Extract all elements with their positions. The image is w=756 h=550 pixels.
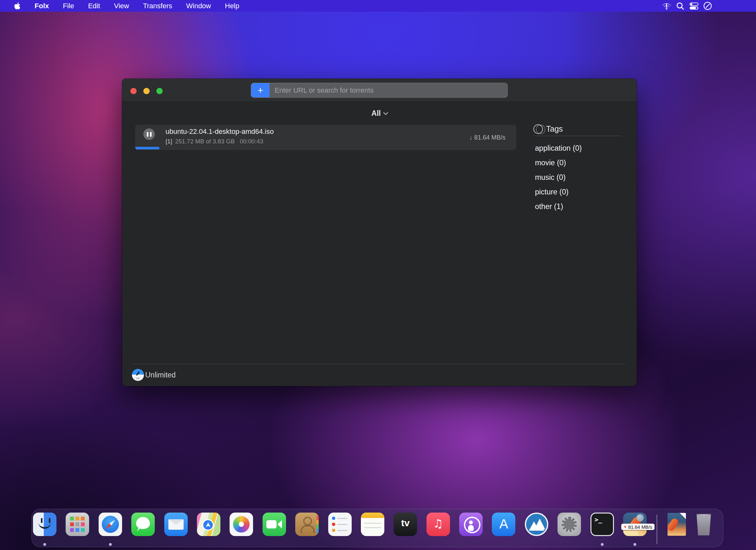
tags-list: application (0)movie (0)music (0)picture… [535, 141, 627, 214]
dock-divider [656, 514, 657, 544]
dock-messages[interactable] [131, 513, 155, 536]
tag-item-picture[interactable]: picture (0) [535, 185, 627, 199]
speedometer-icon [132, 369, 144, 381]
dock-torrentfile[interactable] [668, 513, 686, 536]
dock-notes[interactable] [361, 513, 384, 536]
torrentfile-icon [668, 513, 686, 536]
settings-icon [557, 513, 581, 536]
menu-items: FolxFileEditViewTransfersWindowHelp [0, 2, 239, 10]
dock-terminal[interactable] [590, 513, 614, 536]
chevron-down-icon [383, 110, 388, 115]
dock-finder[interactable] [33, 513, 56, 536]
mail-icon [164, 513, 188, 536]
dock: ▼81.64 MB/s [31, 509, 723, 547]
terminal-icon [590, 513, 614, 536]
dock-safari[interactable] [99, 513, 122, 536]
footer-divider [132, 364, 625, 364]
dock-music[interactable] [427, 513, 450, 536]
dock-reminders[interactable] [328, 513, 352, 536]
music-icon [427, 513, 450, 536]
appstore-icon [492, 513, 515, 536]
download-size: 251.72 MB of 3.83 GB [175, 138, 235, 145]
download-name: ubuntu-22.04.1-desktop-amd64.iso [166, 128, 274, 136]
tags-divider [534, 136, 621, 136]
launchpad-icon [66, 513, 89, 536]
url-search-bar: + [251, 83, 508, 98]
folx-speed-badge: ▼81.64 MB/s [621, 524, 655, 530]
dock-appstore[interactable] [492, 513, 515, 536]
apple-menu-icon[interactable] [14, 2, 21, 10]
dock-facetime[interactable] [263, 513, 286, 536]
zoom-button[interactable] [156, 88, 163, 94]
tag-item-application[interactable]: application (0) [535, 141, 627, 155]
speed-limit-label: Unlimited [145, 371, 176, 379]
menu-item-edit[interactable]: Edit [88, 2, 100, 10]
download-time: 00:00:43 [240, 138, 263, 145]
menu-item-help[interactable]: Help [225, 2, 239, 10]
menu-item-view[interactable]: View [114, 2, 129, 10]
menu-item-folx[interactable]: Folx [35, 2, 49, 10]
minimize-button[interactable] [143, 88, 150, 94]
speed-limit-indicator[interactable]: Unlimited [132, 369, 176, 381]
wifi-alert-icon[interactable] [662, 1, 671, 11]
desktop: FolxFileEditViewTransfersWindowHelp [0, 0, 756, 550]
maps-icon [197, 513, 220, 536]
menu-item-window[interactable]: Window [186, 2, 211, 10]
dock-mail[interactable] [164, 513, 188, 536]
dock-podcasts[interactable] [459, 513, 483, 536]
search-icon[interactable] [675, 1, 685, 11]
tag-item-music[interactable]: music (0) [535, 170, 627, 185]
menu-item-transfers[interactable]: Transfers [143, 2, 172, 10]
download-details: [1]251.72 MB of 3.83 GB00:00:43 [166, 138, 263, 145]
clock-icon[interactable] [703, 1, 712, 11]
close-button[interactable] [130, 88, 137, 94]
tags-title: Tags [546, 124, 563, 134]
podcasts-icon [459, 513, 483, 536]
reminders-icon [328, 513, 352, 536]
filter-label: All [371, 109, 381, 118]
tag-item-other[interactable]: other (1) [535, 199, 627, 214]
dock-maps[interactable] [197, 513, 220, 536]
menu-item-file[interactable]: File [63, 2, 74, 10]
queue-badge: [1] [166, 138, 172, 145]
notes-icon [361, 513, 384, 536]
dock-photos[interactable] [230, 513, 253, 536]
pause-icon [147, 132, 148, 137]
dock-folx[interactable]: ▼81.64 MB/s [623, 513, 647, 536]
finder-icon [33, 513, 56, 536]
safari-icon [99, 513, 122, 536]
appletv-icon [394, 513, 417, 536]
dock-appletv[interactable] [394, 513, 417, 536]
add-url-button[interactable]: + [251, 83, 270, 97]
dock-contacts[interactable] [295, 513, 319, 536]
pause-button[interactable] [143, 128, 155, 140]
window-toolbar: + [122, 79, 637, 102]
filter-dropdown[interactable]: All [371, 109, 387, 118]
tags-icon [533, 124, 547, 134]
contacts-icon [295, 513, 319, 536]
dock-mountain[interactable] [525, 513, 548, 536]
mountain-icon [525, 513, 548, 536]
dock-trash[interactable] [695, 513, 712, 535]
dock-launchpad[interactable] [66, 513, 89, 536]
dock-settings[interactable] [557, 513, 581, 536]
download-row[interactable]: ubuntu-22.04.1-desktop-amd64.iso [1]251.… [135, 125, 516, 150]
photos-icon [230, 513, 253, 536]
tag-item-movie[interactable]: movie (0) [535, 155, 627, 170]
folx-window: + All ubuntu-22.04.1-desktop-amd64.iso [… [122, 79, 637, 386]
control-center-icon[interactable] [689, 1, 699, 11]
download-speed: ↓ 81.64 MB/s [469, 125, 505, 150]
facetime-icon [263, 513, 286, 536]
menu-bar: FolxFileEditViewTransfersWindowHelp [0, 0, 756, 12]
messages-icon [131, 513, 155, 536]
menu-status-icons [662, 0, 712, 12]
search-input[interactable] [270, 83, 507, 97]
progress-bar [135, 147, 160, 149]
trash-icon [695, 513, 712, 535]
